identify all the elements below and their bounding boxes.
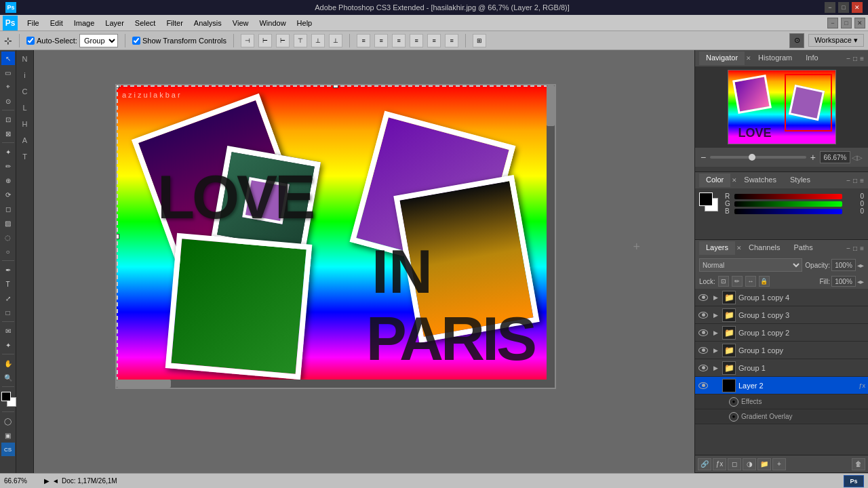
workspace-button[interactable]: Workspace ▾ <box>808 34 864 47</box>
show-transform-checkbox[interactable] <box>132 37 140 45</box>
layers-panel-menu[interactable]: ≡ <box>860 245 864 252</box>
layer-item-group1copy4[interactable]: ▶ 📁 Group 1 copy 4 <box>695 289 868 306</box>
align-right-button[interactable]: ⊢ <box>276 34 290 47</box>
fill-input[interactable] <box>831 276 856 287</box>
menu-help[interactable]: Help <box>292 18 318 28</box>
arrange-button[interactable]: ⊞ <box>473 34 486 47</box>
eyedropper-tool[interactable]: ✦ <box>1 338 15 352</box>
eraser-tool[interactable]: ◻ <box>1 202 15 216</box>
distribute-right-button[interactable]: ≡ <box>392 34 406 47</box>
shape-tool[interactable]: □ <box>1 306 15 319</box>
vertical-scrollbar-thumb[interactable] <box>547 85 555 126</box>
canvas-image[interactable]: azizulakbar LOVE IN <box>117 85 555 388</box>
tab-layers[interactable]: Layers <box>699 241 735 255</box>
clone-stamp-tool[interactable]: ⊕ <box>1 174 15 187</box>
handle-top-middle[interactable] <box>333 85 338 88</box>
layer-expand-group1copy3[interactable]: ▶ <box>711 311 719 319</box>
layer-adjustment-button[interactable]: ◑ <box>743 458 756 470</box>
b-slider[interactable] <box>734 209 842 214</box>
layer-link-button[interactable]: 🔗 <box>698 458 711 470</box>
distribute-top-button[interactable]: ≡ <box>410 34 423 47</box>
opacity-input[interactable] <box>831 259 856 271</box>
zoom-slider[interactable] <box>710 156 806 159</box>
lock-pixels-icon[interactable]: ✏ <box>732 276 743 287</box>
healing-brush-tool[interactable]: ✦ <box>1 145 15 159</box>
layer-vis-group1copy3[interactable] <box>698 310 709 321</box>
zoom-out-button[interactable]: − <box>701 152 706 163</box>
layer-vis-group1[interactable] <box>698 363 709 373</box>
layer-item-group1[interactable]: ▶ 📁 Group 1 <box>695 359 868 377</box>
lock-transparent-icon[interactable]: ⊡ <box>718 276 729 287</box>
color-panel-minimize[interactable]: − <box>846 177 850 184</box>
color-panel-expand[interactable]: □ <box>853 177 857 184</box>
menu-file[interactable]: File <box>22 18 45 28</box>
layers-toggle[interactable]: L <box>18 100 33 115</box>
maximize-button[interactable]: □ <box>838 2 849 13</box>
tab-histogram[interactable]: Histogram <box>751 52 799 65</box>
tab-info[interactable]: Info <box>799 52 825 65</box>
foreground-color[interactable] <box>1 392 11 401</box>
info-toggle[interactable]: i <box>18 68 33 83</box>
zoom-slider-thumb[interactable] <box>749 154 755 161</box>
menu-view[interactable]: View <box>227 18 254 28</box>
move-tool[interactable]: ↖ <box>1 52 15 65</box>
layer-new-button[interactable]: + <box>772 458 786 470</box>
effects-item-gradient-overlay[interactable]: ● Gradient Overlay <box>695 409 868 424</box>
menu-image[interactable]: Image <box>68 18 100 28</box>
align-bottom-button[interactable]: ⊥ <box>329 34 342 47</box>
notes-tool[interactable]: ✉ <box>1 324 15 338</box>
quick-mask-button[interactable]: ◯ <box>1 414 15 428</box>
gradient-overlay-visibility-icon[interactable]: ● <box>729 412 738 422</box>
layer-vis-group1copy2[interactable] <box>698 327 709 338</box>
handle-middle-left[interactable] <box>117 234 119 239</box>
rectangular-marquee-tool[interactable]: ▭ <box>1 66 15 79</box>
layers-panel-minimize[interactable]: − <box>846 245 850 252</box>
cs3-button[interactable]: CS <box>1 443 15 456</box>
horizontal-scrollbar-thumb[interactable] <box>117 380 171 388</box>
align-top-button[interactable]: ⊤ <box>294 34 307 47</box>
tab-layers-close[interactable]: ✕ <box>736 245 742 251</box>
menu-window[interactable]: Window <box>254 18 291 28</box>
distribute-left-button[interactable]: ≡ <box>357 34 370 47</box>
auto-select-dropdown[interactable]: Group Layer <box>79 34 118 47</box>
screen-mode-button[interactable]: ▣ <box>1 428 15 442</box>
menu-filter[interactable]: Filter <box>161 18 188 28</box>
hand-tool[interactable]: ✋ <box>1 357 15 370</box>
tab-channels[interactable]: Channels <box>742 241 787 255</box>
dodge-tool[interactable]: ○ <box>1 245 15 258</box>
layer-expand-group1[interactable]: ▶ <box>711 364 719 372</box>
fill-stepper[interactable]: ◂▸ <box>857 278 864 285</box>
tab-navigator-close[interactable]: ✕ <box>746 55 751 62</box>
align-middle-v-button[interactable]: ⊥ <box>311 34 325 47</box>
tab-color-close[interactable]: ✕ <box>732 177 737 184</box>
lock-all-icon[interactable]: 🔒 <box>759 276 770 287</box>
r-slider[interactable] <box>734 194 842 199</box>
vertical-scrollbar[interactable] <box>547 85 555 388</box>
layers-panel-expand[interactable]: □ <box>853 245 857 252</box>
quick-select-tool[interactable]: ⊙ <box>1 94 15 108</box>
menu-edit[interactable]: Edit <box>45 18 68 28</box>
tab-navigator[interactable]: Navigator <box>699 52 745 65</box>
layer-expand-group1copy4[interactable]: ▶ <box>711 293 719 302</box>
pen-tool[interactable]: ✒ <box>1 263 15 277</box>
navigator-panel-minimize[interactable]: − <box>846 55 850 62</box>
gradient-tool[interactable]: ▨ <box>1 216 15 230</box>
menu-select[interactable]: Select <box>130 18 161 28</box>
zoom-tool[interactable]: 🔍 <box>1 371 15 384</box>
move-tool-icon-arrow[interactable]: ⊹ <box>4 35 12 46</box>
effects-visibility-icon[interactable]: ● <box>729 397 738 407</box>
type-tool[interactable]: T <box>1 277 15 291</box>
history-brush-tool[interactable]: ⟳ <box>1 188 15 201</box>
tab-paths[interactable]: Paths <box>787 241 820 255</box>
secondary-win-close[interactable]: ✕ <box>854 18 865 28</box>
crop-tool[interactable]: ⊡ <box>1 113 15 126</box>
color-swatches-picker[interactable] <box>699 192 718 211</box>
status-arrow-button[interactable]: ▶ <box>44 477 50 485</box>
close-button[interactable]: ✕ <box>852 2 863 13</box>
actions-toggle[interactable]: A <box>18 133 33 148</box>
layer-item-group1copy3[interactable]: ▶ 📁 Group 1 copy 3 <box>695 306 868 324</box>
color-toggle[interactable]: C <box>18 84 33 99</box>
layer-item-layer2[interactable]: ▶ Layer 2 ƒx <box>695 377 868 394</box>
lock-position-icon[interactable]: ↔ <box>745 276 756 287</box>
navigator-panel-expand[interactable]: □ <box>853 55 857 62</box>
